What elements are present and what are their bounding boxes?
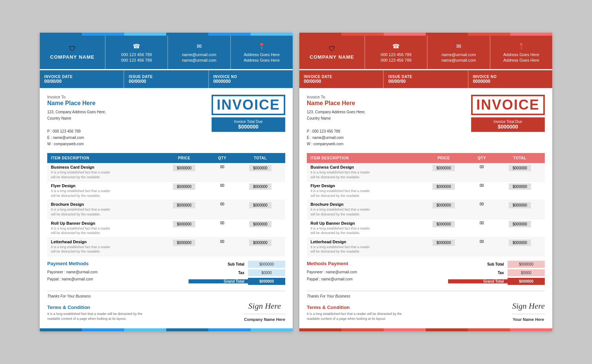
sub-total-value-red: $000000 — [508, 261, 545, 268]
td-desc-red-0: Business Card Design It is a long establ… — [307, 163, 419, 182]
red-stripe-5 — [468, 33, 510, 36]
address1-red: Address Goes Here — [503, 52, 540, 57]
td-desc-blue-3: Roll Up Banner Design It is a long estab… — [47, 219, 159, 237]
td-price-blue-2: $000000 — [159, 200, 209, 219]
company-logo-red: 🛡 COMPANY NAME — [299, 36, 364, 69]
phone-icon-red: ☎ — [392, 43, 400, 50]
total-bg-blue-1: $000000 — [249, 183, 271, 190]
sign-divider-red — [512, 314, 545, 314]
td-desc-red-1: Flyer Design It is a long established fa… — [307, 182, 419, 200]
total-bg-blue-3: $000000 — [249, 221, 271, 227]
invoice-no-section-red: Invoice No 0000000 — [469, 70, 552, 88]
item-name-blue-3: Roll Up Banner Design — [51, 221, 155, 225]
item-name-red-2: Brochure Design — [311, 202, 415, 207]
invoice-red: 🛡 COMPANY NAME ☎ 000 123 456 789 000 123… — [299, 33, 552, 331]
issue-date-section-blue: Issue Date 00/00/00 — [124, 70, 209, 88]
address1-blue: Address Goes Here — [244, 52, 280, 57]
td-price-red-1: $000000 — [419, 182, 469, 200]
divider-blue — [47, 291, 285, 291]
phone1-blue: 000 123 456 789 — [121, 52, 152, 57]
sign-right-blue: Sign Here Company Name Here — [244, 301, 285, 322]
td-total-red-0: $000000 — [495, 163, 545, 182]
td-qty-blue-3: 00 — [209, 219, 235, 237]
bot-stripe-3 — [124, 328, 166, 331]
table-row-blue-1: Flyer Design It is a long established fa… — [47, 182, 285, 200]
bottom-section-blue: Payment Methods Payoneer : name@urmail.c… — [47, 261, 285, 286]
th-qty-blue: QTY — [209, 153, 235, 163]
address-col-blue: 📍 Address Goes Here Address Goes Here — [230, 36, 293, 69]
invoice-table-red: ITEM DESCRIPTION PRICE QTY TOTAL Busines… — [307, 153, 545, 256]
company-name-blue: COMPANY NAME — [50, 54, 94, 60]
client-name-blue: Name Place Here — [47, 100, 106, 107]
invoice-to-right-red: INVOICE Invoice Total Due $000000 — [471, 95, 545, 132]
sign-name-blue: Company Name Here — [244, 317, 285, 322]
th-description-blue: ITEM DESCRIPTION — [47, 153, 159, 163]
red-bot-stripe-3 — [384, 328, 426, 331]
address-block-red: 123, Company Address Goes Here,Country N… — [307, 109, 366, 121]
address2-red: Address Goes Here — [503, 58, 540, 62]
red-bot-stripe-5 — [468, 328, 510, 331]
tax-value-blue: $0000 — [248, 269, 285, 276]
totals-section-red: Sub Total $000000 Tax $0000 Grand Total … — [448, 261, 545, 286]
sub-total-label-red: Sub Total — [448, 262, 508, 266]
td-total-red-3: $000000 — [495, 219, 545, 237]
red-stripe-3 — [384, 33, 426, 36]
item-desc-red-2: It is a long established fact that a rea… — [311, 207, 415, 217]
invoice-table-blue: ITEM DESCRIPTION PRICE QTY TOTAL Busines… — [47, 153, 285, 256]
table-row-blue-0: Business Card Design It is a long establ… — [47, 163, 285, 182]
invoice-wrapper: 🛡 COMPANY NAME ☎ 000 123 456 789 000 123… — [32, 25, 560, 339]
red-bot-stripe-6 — [510, 328, 552, 331]
td-desc-blue-4: Letterhead Design It is a long establish… — [47, 237, 159, 256]
price-bg-blue-1: $000000 — [173, 183, 195, 190]
terms-section-red: Terms & Condition It is a long establish… — [307, 301, 545, 322]
sub-total-label-blue: Sub Total — [189, 262, 248, 266]
invoice-to-row-blue: Invoice To Name Place Here 123, Company … — [47, 95, 285, 147]
price-bg-blue-3: $000000 — [173, 221, 195, 227]
invoice-date-value-blue: 00/00/00 — [44, 79, 119, 84]
email2-red: name@urmail.com — [441, 58, 476, 62]
stripe-3 — [124, 33, 166, 36]
shield-icon-red: 🛡 — [329, 45, 335, 53]
item-desc-blue-0: It is a long established fact that a rea… — [51, 170, 155, 179]
table-row-red-1: Flyer Design It is a long established fa… — [307, 182, 545, 200]
price-bg-red-4: $000000 — [432, 240, 455, 246]
td-qty-red-2: 00 — [469, 200, 495, 219]
grand-total-value-red: $000000 — [508, 278, 545, 285]
invoice-date-value-red: 00/00/00 — [304, 79, 379, 84]
td-price-red-4: $000000 — [419, 237, 469, 256]
phone-col-red: ☎ 000 123 456 789 000 123 456 789 — [364, 36, 427, 69]
invoice-no-value-red: 0000000 — [473, 79, 548, 84]
item-name-red-3: Roll Up Banner Design — [311, 221, 415, 225]
red-stripe-4 — [426, 33, 468, 36]
invoice-to-left-blue: Invoice To Name Place Here 123, Company … — [47, 95, 106, 147]
invoice-date-label-blue: Invoice Date — [44, 75, 119, 79]
table-row-red-4: Letterhead Design It is a long establish… — [307, 237, 545, 256]
item-desc-blue-1: It is a long established fact that a rea… — [51, 189, 155, 198]
sub-total-row-red: Sub Total $000000 — [448, 261, 545, 268]
invoice-date-section-red: Invoice Date 00/00/00 — [299, 70, 384, 88]
td-total-red-2: $000000 — [495, 200, 545, 219]
td-qty-red-1: 00 — [469, 182, 495, 200]
td-total-blue-4: $000000 — [235, 237, 285, 256]
sign-cursive-red: Sign Here — [512, 301, 545, 311]
thanks-red: Thanks For Your Business — [307, 294, 545, 298]
item-name-red-1: Flyer Design — [311, 183, 415, 188]
due-amount-blue: $000000 — [217, 124, 280, 130]
grand-total-label-red: Grand Total — [448, 279, 508, 283]
td-qty-red-3: 00 — [469, 219, 495, 237]
email-col-blue: ✉ name@urmail.com name@urmail.com — [167, 36, 230, 69]
due-label-blue: Invoice Total Due — [217, 120, 280, 124]
tax-row-blue: Tax $0000 — [189, 269, 285, 276]
meta-bar-red: Invoice Date 00/00/00 Issue Date 00/00/0… — [299, 70, 552, 88]
red-stripe-6 — [510, 33, 552, 36]
tax-value-red: $0000 — [508, 269, 545, 276]
total-bg-blue-0: $000000 — [249, 165, 271, 171]
payment-info-red: Payoneer : name@urmail.com Paypal : name… — [307, 269, 448, 283]
table-row-blue-3: Roll Up Banner Design It is a long estab… — [47, 219, 285, 237]
invoice-total-due-blue: Invoice Total Due $000000 — [212, 117, 285, 132]
td-desc-blue-1: Flyer Design It is a long established fa… — [47, 182, 159, 200]
tax-label-red: Tax — [448, 271, 508, 275]
price-bg-blue-4: $000000 — [173, 240, 195, 246]
td-total-red-1: $000000 — [495, 182, 545, 200]
email-icon-red: ✉ — [456, 43, 461, 50]
